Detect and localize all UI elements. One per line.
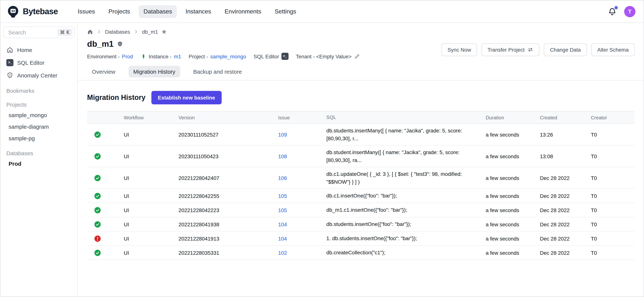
table-row[interactable]: UI 20221228042223 105 db_m1.c1.insertOne… (87, 203, 635, 217)
search-box[interactable]: ⌘ K (3, 27, 74, 38)
terminal-icon: >_ (6, 59, 14, 66)
nav-item-databases[interactable]: Databases (139, 5, 177, 18)
sql-cell: db.students.insertOne({"foo": "bar"}); (326, 219, 486, 230)
col-creator: Creator (591, 113, 635, 122)
alter-schema-button[interactable]: Alter Schema (591, 43, 635, 56)
project-link[interactable]: sample_mongo (210, 53, 246, 59)
chevron-right-icon (133, 29, 139, 35)
migration-history-header: Migration History Establish new baseline (87, 91, 635, 104)
creator-cell: T0 (591, 248, 635, 257)
transfer-project-button[interactable]: Transfer Project (482, 43, 540, 56)
col-created: Created (540, 113, 591, 122)
section-title: Migration History (87, 94, 146, 102)
home-icon (6, 46, 14, 53)
table-row[interactable]: UI 20230111050423 108 db.student.insertM… (87, 146, 635, 167)
tab-backup-and-restore[interactable]: Backup and restore (188, 66, 247, 77)
avatar[interactable]: T (624, 6, 636, 17)
issue-link[interactable]: 105 (278, 193, 287, 199)
nav-item-issues[interactable]: Issues (73, 5, 100, 18)
brand-name: Bytebase (23, 7, 58, 16)
tenant-label: Tenant - <Empty Value> (296, 53, 352, 59)
establish-baseline-button[interactable]: Establish new baseline (152, 91, 222, 104)
nav-item-instances[interactable]: Instances (181, 5, 216, 18)
meta-tenant: Tenant - <Empty Value> (296, 53, 360, 59)
page-title: db_m1 (87, 39, 114, 49)
sidebar-project-sample-pg[interactable]: sample-pg (3, 132, 74, 144)
duration-cell: a few seconds (486, 130, 540, 139)
col-duration: Duration (486, 113, 540, 122)
sidebar-item-anomaly-center[interactable]: Anomaly Center (3, 69, 74, 82)
nav-item-settings[interactable]: Settings (270, 5, 301, 18)
meta-project: Project - sample_mongo (188, 53, 246, 59)
sidebar-project-sample-diagram[interactable]: sample-diagram (3, 121, 74, 132)
success-icon (94, 206, 101, 214)
sql-cell: db.student.insertMany([ { name: "Jacika"… (326, 147, 486, 165)
search-input[interactable] (8, 29, 57, 36)
table-row[interactable]: UI 20230111052527 109 db.students.insert… (87, 124, 635, 146)
duration-cell: a few seconds (486, 220, 540, 229)
change-data-button[interactable]: Change Data (544, 43, 587, 56)
meta-sql-editor[interactable]: SQL Editor >_ (254, 53, 288, 60)
brand[interactable]: Bytebase (6, 5, 58, 18)
table-row[interactable]: UI 20221228042407 106 db.c1.updateOne( {… (87, 167, 635, 189)
table-row[interactable]: UI 20221228041938 104 db.students.insert… (87, 217, 635, 231)
sidebar-project-sample-mongo[interactable]: sample_mongo (3, 109, 74, 121)
issue-link[interactable]: 105 (278, 207, 287, 213)
nav-item-environments[interactable]: Environments (220, 5, 266, 18)
workflow-cell: UI (124, 205, 178, 214)
pencil-icon[interactable] (354, 53, 360, 59)
error-icon (94, 235, 101, 242)
issue-link[interactable]: 102 (278, 250, 287, 256)
meta-instance: Instance - m1 (140, 53, 181, 59)
table-row[interactable]: UI 20221228041913 104 1. db.students.ins… (87, 231, 635, 246)
issue-link[interactable]: 109 (278, 131, 287, 137)
created-cell: Dec 28 2022 (540, 205, 591, 214)
notification-dot (614, 6, 618, 9)
creator-cell: T0 (591, 152, 635, 161)
environment-label: Environment - (87, 53, 120, 59)
home-breadcrumb-icon[interactable] (87, 29, 93, 35)
created-cell: Dec 28 2022 (540, 173, 591, 182)
mongodb-leaf-icon (140, 53, 146, 59)
environment-link[interactable]: Prod (122, 53, 133, 59)
creator-cell: T0 (591, 205, 635, 214)
version-cell: 20221228041913 (178, 234, 278, 243)
sidebar-item-label: Home (17, 47, 32, 53)
created-cell: Dec 28 2022 (540, 220, 591, 229)
tab-migration-history[interactable]: Migration History (128, 66, 180, 77)
main-content: Databases db_m1 db_m1 Env (78, 23, 644, 260)
duration-cell: a few seconds (486, 248, 540, 257)
search-shortcut: ⌘ K (57, 29, 72, 36)
chevron-right-icon (96, 29, 102, 35)
issue-link[interactable]: 108 (278, 153, 287, 159)
sync-now-button[interactable]: Sync Now (442, 43, 477, 56)
sidebar-database-prod[interactable]: Prod (3, 158, 74, 169)
instance-link[interactable]: m1 (174, 53, 181, 59)
breadcrumb-databases[interactable]: Databases (105, 29, 130, 35)
issue-link[interactable]: 104 (278, 221, 287, 227)
sql-editor-label: SQL Editor (254, 53, 279, 59)
issue-link[interactable]: 106 (278, 175, 287, 181)
success-icon (94, 131, 101, 138)
migration-history-section: Migration History Establish new baseline… (87, 91, 635, 260)
tab-overview[interactable]: Overview (87, 66, 120, 77)
sql-cell: db.students.insertMany([ { name: "Jacika… (326, 125, 486, 143)
nav-item-projects[interactable]: Projects (104, 5, 135, 18)
workflow-cell: UI (124, 220, 178, 229)
sidebar-item-home[interactable]: Home (3, 43, 74, 56)
issue-link[interactable]: 104 (278, 235, 287, 241)
alter-schema-label: Alter Schema (597, 47, 629, 53)
notifications-button[interactable] (608, 7, 617, 16)
created-cell: 13:26 (540, 130, 591, 139)
success-icon (94, 174, 101, 182)
version-cell: 20221228042223 (178, 205, 278, 214)
sidebar-section-databases: Databases (3, 147, 74, 158)
workflow-cell: UI (124, 248, 178, 257)
table-row[interactable]: UI 20221228035331 102 db.createCollectio… (87, 246, 635, 260)
sidebar-item-sql-editor[interactable]: >_ SQL Editor (3, 56, 74, 69)
table-row[interactable]: UI 20221228042255 105 db.c1.insertOne({"… (87, 189, 635, 203)
duration-cell: a few seconds (486, 152, 540, 161)
duration-cell: a few seconds (486, 234, 540, 243)
creator-cell: T0 (591, 130, 635, 139)
star-icon[interactable] (161, 29, 167, 35)
